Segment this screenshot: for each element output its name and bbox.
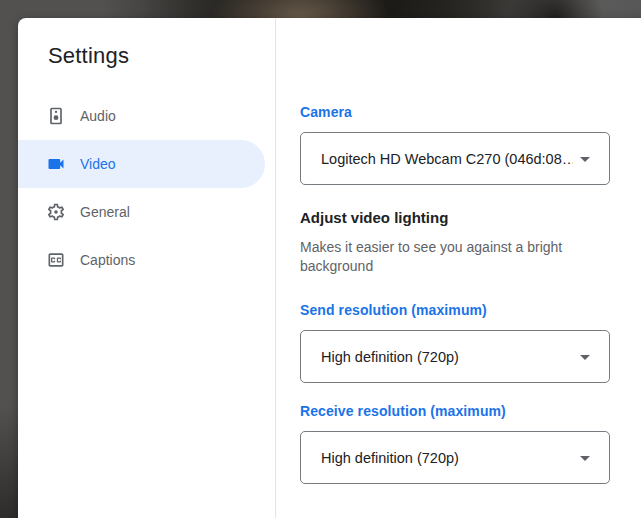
settings-sidebar: Settings Audio Video General: [18, 18, 276, 518]
sidebar-item-video[interactable]: Video: [18, 140, 265, 188]
receive-resolution-value: High definition (720p): [321, 450, 459, 466]
chevron-down-icon: [573, 147, 597, 171]
sidebar-item-label: Audio: [80, 108, 116, 124]
chevron-down-icon: [573, 446, 597, 470]
sidebar-item-audio[interactable]: Audio: [18, 92, 275, 140]
dialog-title: Settings: [48, 43, 275, 69]
videocam-icon: [46, 154, 66, 174]
captions-icon: [46, 250, 66, 270]
sidebar-item-general[interactable]: General: [18, 188, 275, 236]
adjust-lighting-description: Makes it easier to see you against a bri…: [300, 238, 586, 276]
speaker-icon: [46, 106, 66, 126]
receive-resolution-label: Receive resolution (maximum): [300, 403, 641, 419]
video-settings-panel: Camera Logitech HD Webcam C270 (046d:08……: [276, 18, 641, 518]
send-resolution-label: Send resolution (maximum): [300, 302, 641, 318]
sidebar-item-captions[interactable]: Captions: [18, 236, 275, 284]
camera-select-value: Logitech HD Webcam C270 (046d:08…: [321, 151, 573, 167]
receive-resolution-select[interactable]: High definition (720p): [300, 431, 610, 484]
chevron-down-icon: [573, 345, 597, 369]
settings-nav: Audio Video General Captions: [18, 92, 275, 284]
adjust-lighting-heading: Adjust video lighting: [300, 209, 641, 227]
sidebar-item-label: Video: [80, 156, 116, 172]
gear-icon: [46, 202, 66, 222]
settings-dialog: Settings Audio Video General: [18, 18, 641, 518]
sidebar-item-label: General: [80, 204, 130, 220]
camera-label: Camera: [300, 104, 641, 120]
sidebar-item-label: Captions: [80, 252, 135, 268]
send-resolution-select[interactable]: High definition (720p): [300, 330, 610, 383]
camera-select[interactable]: Logitech HD Webcam C270 (046d:08…: [300, 132, 610, 185]
send-resolution-value: High definition (720p): [321, 349, 459, 365]
